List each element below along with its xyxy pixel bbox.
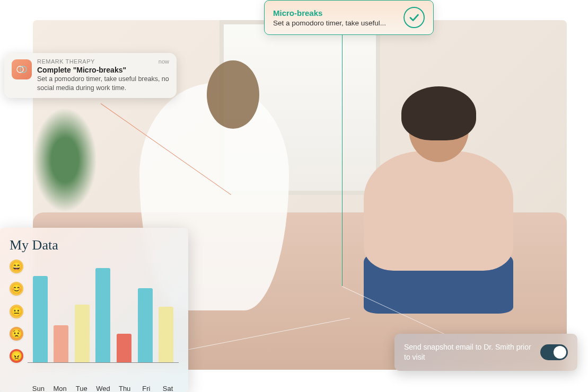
chart-title: My Data <box>10 237 179 253</box>
task-title: Micro-breaks <box>273 8 397 17</box>
chart-y-axis: 😄😊😐😟😠 <box>10 260 28 363</box>
toggle-label: Send snapshot email to Dr. Smith prior t… <box>404 342 533 362</box>
chart-x-axis: SunMonTueWedThuFriSat <box>28 385 179 392</box>
my-data-chart-card: My Data 😄😊😐😟😠 SunMonTueWedThuFriSat <box>0 228 188 392</box>
notification-title: Complete "Micro-breaks" <box>37 66 169 74</box>
task-description: Set a pomodoro timer, take useful... <box>273 19 397 27</box>
chart-x-tick: Mon <box>52 385 67 392</box>
chart-x-tick: Fri <box>139 385 154 392</box>
chart-bar[interactable] <box>159 307 173 362</box>
chart-x-tick: Sat <box>161 385 175 392</box>
mood-angry-icon: 😠 <box>10 349 23 363</box>
chart-bar[interactable] <box>138 288 153 362</box>
notification-timestamp: now <box>159 58 169 65</box>
mood-neutral-icon: 😐 <box>10 305 23 318</box>
checkmark-icon[interactable] <box>403 7 425 28</box>
chart-x-tick: Wed <box>95 385 110 392</box>
chart-bar[interactable] <box>33 276 48 362</box>
task-card[interactable]: Micro-breaks Set a pomodoro timer, take … <box>264 0 434 35</box>
toggle-thumb <box>554 346 566 359</box>
chart-bar[interactable] <box>75 305 90 362</box>
chart-x-tick: Tue <box>74 385 89 392</box>
notification-card[interactable]: REMARK THERAPY now Complete "Micro-break… <box>4 53 177 98</box>
chart-bar[interactable] <box>95 268 110 362</box>
connector-line-task <box>342 32 343 286</box>
mood-happy-icon: 😊 <box>10 282 23 296</box>
notification-app-name: REMARK THERAPY <box>37 58 95 65</box>
toggle-switch[interactable] <box>540 344 568 360</box>
notification-description: Set a pomodoro timer, take useful breaks… <box>37 75 169 93</box>
chart-bar[interactable] <box>54 325 68 362</box>
mood-laughing-icon: 😄 <box>10 260 23 273</box>
chart-x-tick: Thu <box>117 385 132 392</box>
chart-plot-area <box>28 260 179 363</box>
chart-bar[interactable] <box>117 334 131 362</box>
chart-x-tick: Sun <box>31 385 46 392</box>
mood-sad-icon: 😟 <box>10 327 23 341</box>
snapshot-email-toggle-card: Send snapshot email to Dr. Smith prior t… <box>394 334 577 371</box>
app-logo-icon <box>12 59 32 79</box>
